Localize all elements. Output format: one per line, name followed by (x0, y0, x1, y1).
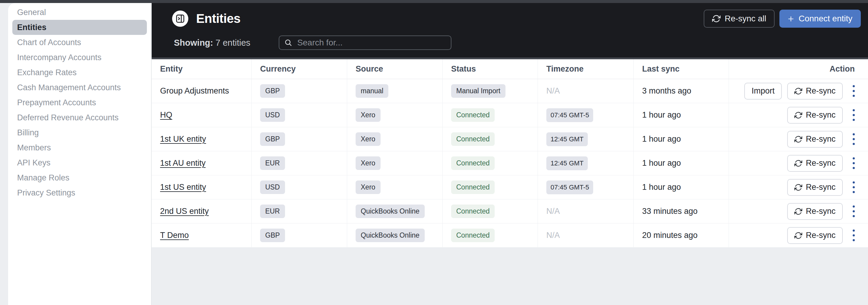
currency-badge: GBP (260, 84, 285, 98)
status-badge: Connected (451, 204, 495, 218)
connect-entity-button[interactable]: + Connect entity (779, 10, 861, 28)
sidebar-item-exchange-rates[interactable]: Exchange Rates (8, 65, 151, 80)
sidebar-item-entities[interactable]: Entities (12, 20, 147, 35)
col-header-action: Action (729, 59, 868, 79)
entities-panel-icon (172, 10, 188, 27)
sidebar-item-members[interactable]: Members (8, 140, 151, 155)
currency-badge: EUR (260, 204, 285, 218)
col-header-currency: Currency (252, 59, 347, 79)
timezone-badge: 07:45 GMT-5 (546, 108, 593, 122)
source-badge: Xero (355, 157, 380, 170)
status-badge: Connected (451, 157, 495, 170)
row-menu-kebab-icon[interactable] (848, 155, 859, 172)
sidebar-item-general[interactable]: General (8, 5, 151, 20)
table-row: 1st UK entity GBP Xero Connected 12:45 G… (152, 127, 868, 151)
search-input[interactable] (297, 38, 446, 48)
resync-button[interactable]: Re-sync (787, 227, 843, 244)
last-sync-value: 20 minutes ago (634, 223, 729, 248)
refresh-icon (795, 207, 802, 215)
status-badge: Connected (451, 181, 495, 194)
currency-badge: USD (260, 108, 285, 122)
source-badge: QuickBooks Online (355, 229, 425, 242)
status-badge: Connected (451, 108, 495, 122)
last-sync-value: 3 months ago (634, 79, 729, 103)
showing-count: Showing: 7 entities (174, 38, 250, 48)
sidebar-item-chart-of-accounts[interactable]: Chart of Accounts (8, 35, 151, 50)
last-sync-value: 1 hour ago (634, 175, 729, 199)
resync-button[interactable]: Re-sync (787, 155, 843, 172)
table-row: 2nd US entity EUR QuickBooks Online Conn… (152, 199, 868, 223)
page-title: Entities (196, 11, 241, 26)
entity-name: Group Adjustments (160, 86, 229, 96)
resync-button[interactable]: Re-sync (787, 107, 843, 123)
sidebar-item-deferred-revenue-accounts[interactable]: Deferred Revenue Accounts (8, 110, 151, 125)
entity-link[interactable]: HQ (160, 110, 173, 120)
row-menu-kebab-icon[interactable] (848, 131, 859, 148)
table-header-row: Entity Currency Source Status Timezone L… (152, 59, 868, 79)
source-badge: Xero (355, 181, 380, 194)
source-badge: Xero (355, 132, 380, 146)
refresh-icon (795, 87, 802, 95)
window-top-bar (0, 0, 868, 3)
import-button[interactable]: Import (744, 83, 782, 100)
table-row: T Demo GBP QuickBooks Online Connected N… (152, 223, 868, 248)
currency-badge: USD (260, 181, 285, 194)
currency-badge: GBP (260, 229, 285, 242)
refresh-icon (795, 160, 802, 167)
entities-header: Entities Re-sync all + Connect entity (152, 3, 868, 59)
refresh-icon (795, 111, 802, 119)
timezone-value: N/A (546, 206, 560, 216)
timezone-value: N/A (546, 86, 560, 96)
last-sync-value: 1 hour ago (634, 151, 729, 175)
last-sync-value: 1 hour ago (634, 127, 729, 151)
sidebar-item-cash-management-accounts[interactable]: Cash Management Accounts (8, 80, 151, 95)
entity-link[interactable]: 1st UK entity (160, 135, 206, 144)
refresh-icon (712, 15, 720, 23)
entity-link[interactable]: T Demo (160, 231, 189, 240)
col-header-last-sync: Last sync (634, 59, 729, 79)
sidebar-item-privacy-settings[interactable]: Privacy Settings (8, 185, 151, 200)
row-menu-kebab-icon[interactable] (848, 203, 859, 220)
refresh-icon (795, 231, 802, 240)
currency-badge: EUR (260, 157, 285, 170)
refresh-icon (795, 135, 802, 143)
resync-button[interactable]: Re-sync (787, 131, 843, 148)
refresh-icon (795, 184, 802, 191)
sidebar-item-prepayment-accounts[interactable]: Prepayment Accounts (8, 95, 151, 110)
table-row: HQ USD Xero Connected 07:45 GMT-5 1 hour… (152, 103, 868, 127)
timezone-value: N/A (546, 231, 560, 240)
currency-badge: GBP (260, 132, 285, 146)
settings-sidebar: General Entities Chart of Accounts Inter… (8, 3, 152, 305)
status-badge: Connected (451, 132, 495, 146)
sidebar-item-api-keys[interactable]: API Keys (8, 155, 151, 170)
last-sync-value: 33 minutes ago (634, 199, 729, 223)
row-menu-kebab-icon[interactable] (848, 83, 859, 100)
row-menu-kebab-icon[interactable] (848, 107, 859, 123)
source-badge: Xero (355, 108, 380, 122)
sidebar-item-intercompany-accounts[interactable]: Intercompany Accounts (8, 50, 151, 65)
entity-link[interactable]: 1st US entity (160, 183, 206, 192)
timezone-badge: 12:45 GMT (546, 132, 588, 146)
entity-link[interactable]: 1st AU entity (160, 159, 206, 168)
sidebar-item-billing[interactable]: Billing (8, 125, 151, 140)
entity-link[interactable]: 2nd US entity (160, 206, 209, 216)
sidebar-item-manage-roles[interactable]: Manage Roles (8, 170, 151, 185)
col-header-entity: Entity (152, 59, 252, 79)
row-menu-kebab-icon[interactable] (848, 227, 859, 244)
resync-button[interactable]: Re-sync (787, 203, 843, 220)
last-sync-value: 1 hour ago (634, 103, 729, 127)
col-header-source: Source (347, 59, 443, 79)
timezone-badge: 07:45 GMT-5 (546, 181, 593, 194)
source-badge: QuickBooks Online (355, 204, 425, 218)
resync-button[interactable]: Re-sync (787, 179, 843, 196)
entities-table: Entity Currency Source Status Timezone L… (152, 59, 868, 248)
source-badge: manual (355, 84, 389, 98)
table-row: Group Adjustments GBP manual Manual Impo… (152, 79, 868, 103)
row-menu-kebab-icon[interactable] (848, 179, 859, 196)
resync-button[interactable]: Re-sync (787, 83, 843, 100)
col-header-status: Status (443, 59, 538, 79)
resync-all-button[interactable]: Re-sync all (704, 10, 775, 28)
table-row: 1st US entity USD Xero Connected 07:45 G… (152, 175, 868, 199)
search-icon (284, 38, 292, 47)
table-row: 1st AU entity EUR Xero Connected 12:45 G… (152, 151, 868, 175)
